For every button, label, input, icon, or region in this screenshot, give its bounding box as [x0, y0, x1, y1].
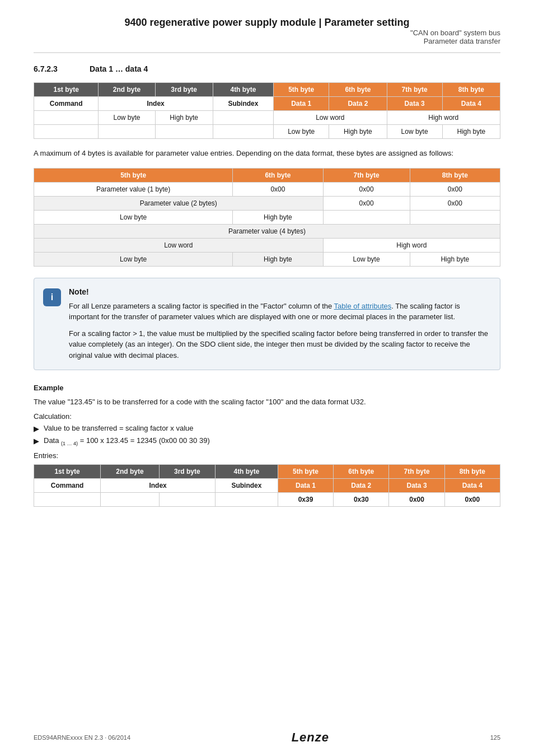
- para1: A maximum of 4 bytes is available for pa…: [34, 148, 500, 159]
- example-text: The value "123.45" is to be transferred …: [34, 396, 500, 408]
- lenze-logo: Lenze: [292, 730, 329, 745]
- page-footer: EDS94ARNExxxx EN 2.3 · 06/2014 Lenze 125: [0, 730, 534, 745]
- bullet-item-2: ▶ Data (1 … 4) = 100 x 123.45 = 12345 (0…: [34, 436, 500, 446]
- calc-label: Calculation:: [34, 412, 500, 421]
- et-col4: 4th byte: [216, 465, 278, 479]
- et-col1: 1st byte: [34, 465, 101, 479]
- table-row: Command Index Subindex Data 1 Data 2 Dat…: [34, 479, 500, 493]
- note-box: i Note! For all Lenze parameters a scali…: [34, 278, 500, 371]
- bt-col5: 5th byte: [34, 168, 233, 182]
- et-col6: 6th byte: [334, 465, 389, 479]
- note-para2: For a scaling factor > 1, the value must…: [69, 328, 489, 361]
- col-2nd-byte: 2nd byte: [99, 83, 155, 97]
- byte-format-table: 5th byte 6th byte 7th byte 8th byte Para…: [34, 168, 500, 267]
- bt-col8: 8th byte: [410, 168, 500, 182]
- table-row: Low byte High byte Low byte High byte: [34, 252, 500, 266]
- entries-label: Entries:: [34, 451, 500, 460]
- bt-col7: 7th byte: [323, 168, 410, 182]
- bullet2-text: Data (1 … 4) = 100 x 123.45 = 12345 (0x0…: [44, 436, 210, 446]
- col-1st-byte: 1st byte: [34, 83, 99, 97]
- header-sub2: Parameter data transfer: [34, 37, 500, 45]
- header-title: 9400 regenerative power supply module | …: [34, 17, 500, 29]
- col-8th-byte: 8th byte: [442, 83, 500, 97]
- col-4th-byte: 4th byte: [213, 83, 273, 97]
- info-icon: i: [43, 288, 61, 306]
- arrow-icon-2: ▶: [34, 437, 39, 445]
- col-5th-byte: 5th byte: [274, 83, 329, 97]
- table-row: Parameter value (2 bytes) 0x00 0x00: [34, 196, 500, 210]
- table-row: Low byte High byte: [34, 210, 500, 224]
- note-content: Note! For all Lenze parameters a scaling…: [69, 287, 489, 361]
- table-row: Command Index Subindex Data 1 Data 2 Dat…: [34, 97, 500, 111]
- example-section: Example The value "123.45" is to be tran…: [34, 384, 500, 507]
- table-of-attributes-link[interactable]: Table of attributes: [334, 302, 392, 310]
- page-header: 9400 regenerative power supply module | …: [34, 17, 500, 53]
- et-col5: 5th byte: [278, 465, 333, 479]
- table-row: Parameter value (4 bytes): [34, 224, 500, 238]
- et-col7: 7th byte: [389, 465, 444, 479]
- note-para1: For all Lenze parameters a scaling facto…: [69, 301, 489, 323]
- et-col2: 2nd byte: [101, 465, 160, 479]
- example-heading: Example: [34, 384, 500, 392]
- section-number: 6.7.2.3: [34, 64, 73, 73]
- section-heading: 6.7.2.3 Data 1 … data 4: [34, 64, 500, 73]
- note-title: Note!: [69, 287, 489, 296]
- et-col3: 3rd byte: [159, 465, 215, 479]
- arrow-icon-1: ▶: [34, 424, 39, 433]
- page-number: 125: [490, 734, 500, 741]
- bullet1-text: Value to be transferred = scaling factor…: [44, 424, 194, 432]
- table-row: Low byte High byte Low word High word: [34, 111, 500, 125]
- table-row: Low word High word: [34, 238, 500, 252]
- byte-layout-table: 1st byte 2nd byte 3rd byte 4th byte 5th …: [34, 82, 500, 139]
- bt-col6: 6th byte: [233, 168, 323, 182]
- col-3rd-byte: 3rd byte: [155, 83, 213, 97]
- table-row: Low byte High byte Low byte High byte: [34, 125, 500, 139]
- entries-table: 1st byte 2nd byte 3rd byte 4th byte 5th …: [34, 464, 500, 507]
- col-6th-byte: 6th byte: [329, 83, 387, 97]
- table-row: 0x39 0x30 0x00 0x00: [34, 493, 500, 507]
- et-col8: 8th byte: [444, 465, 500, 479]
- footer-doc-id: EDS94ARNExxxx EN 2.3 · 06/2014: [34, 734, 130, 741]
- header-sub1: "CAN on board" system bus: [34, 29, 500, 37]
- bullet-item-1: ▶ Value to be transferred = scaling fact…: [34, 424, 500, 433]
- table-row: Parameter value (1 byte) 0x00 0x00 0x00: [34, 182, 500, 196]
- col-7th-byte: 7th byte: [387, 83, 442, 97]
- section-title: Data 1 … data 4: [90, 64, 148, 73]
